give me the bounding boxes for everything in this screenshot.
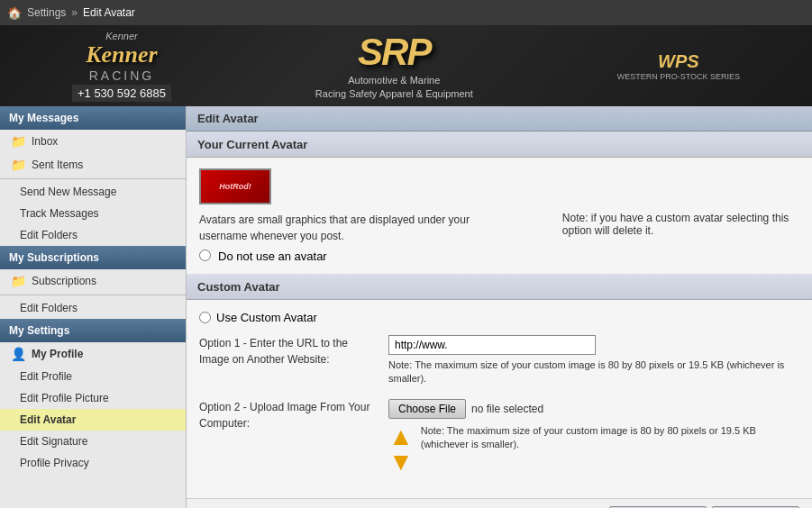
sidebar-item-inbox[interactable]: 📁 Inbox xyxy=(0,130,186,153)
banner-kenner-text: Kenner xyxy=(86,41,157,68)
current-avatar-body: HotRod! Avatars are small graphics that … xyxy=(187,158,812,274)
banner-racing-text: RACING xyxy=(89,68,154,83)
sidebar-send-message-label: Send New Message xyxy=(20,186,116,198)
sidebar-divider-1 xyxy=(0,178,186,179)
sidebar-item-edit-profile-picture[interactable]: Edit Profile Picture xyxy=(0,387,186,409)
main-layout: My Messages 📁 Inbox 📁 Sent Items Send Ne… xyxy=(0,106,812,508)
sidebar-my-profile-label: My Profile xyxy=(32,348,83,360)
option2-note: Note: The maximum size of your custom im… xyxy=(421,424,799,452)
sidebar-track-messages-label: Track Messages xyxy=(20,207,99,220)
avatar-options-row: Avatars are small graphics that are disp… xyxy=(199,212,799,263)
no-file-text: no file selected xyxy=(471,403,543,415)
sidebar-section-messages: My Messages xyxy=(0,106,186,130)
banner-wps-sub: WESTERN PRO-STOCK SERIES xyxy=(617,72,740,81)
user-icon: 👤 xyxy=(11,347,26,361)
no-avatar-label: Do not use an avatar xyxy=(218,249,327,263)
sidebar: My Messages 📁 Inbox 📁 Sent Items Send Ne… xyxy=(0,106,187,508)
folder-icon: 📁 xyxy=(11,274,26,288)
option1-controls: Note: The maximum size of your custom im… xyxy=(388,335,799,386)
avatar-desc-text: Avatars are small graphics that are disp… xyxy=(199,212,508,244)
arrow-indicator: ▲▼ xyxy=(388,424,414,475)
sidebar-item-profile-privacy[interactable]: Profile Privacy xyxy=(0,452,186,474)
option1-label: Option 1 - Enter the URL to the Image on… xyxy=(199,335,388,367)
file-upload-row: Choose File no file selected xyxy=(388,399,799,419)
sidebar-item-edit-profile[interactable]: Edit Profile xyxy=(0,366,186,387)
banner-name-line1: Kenner xyxy=(105,31,137,41)
sidebar-edit-profile-label: Edit Profile xyxy=(20,370,72,383)
sidebar-sent-label: Sent Items xyxy=(32,159,83,171)
home-icon[interactable]: 🏠 xyxy=(7,6,22,20)
banner-srp-logo: SRP xyxy=(315,31,473,74)
sidebar-item-edit-folders-msg[interactable]: Edit Folders xyxy=(0,224,186,246)
custom-avatar-body: Use Custom Avatar Option 1 - Enter the U… xyxy=(187,300,812,498)
sidebar-subscriptions-label: Subscriptions xyxy=(32,275,96,287)
banner-srp-line1: Automotive & Marine xyxy=(315,74,473,87)
sidebar-edit-folders-msg-label: Edit Folders xyxy=(20,229,78,241)
sidebar-profile-privacy-label: Profile Privacy xyxy=(20,457,89,469)
folder-icon: 📁 xyxy=(11,134,26,149)
sidebar-section-settings: My Settings xyxy=(0,319,186,342)
sidebar-divider-2 xyxy=(0,295,186,295)
option2-note-area: ▲▼ Note: The maximum size of your custom… xyxy=(388,421,799,475)
content-header: Edit Avatar xyxy=(187,106,812,132)
option2-label: Option 2 - Upload Image From Your Comput… xyxy=(199,399,388,431)
banner: Kenner Kenner RACING +1 530 592 6885 SRP… xyxy=(0,25,812,106)
avatar-text: HotRod! xyxy=(219,182,251,191)
sidebar-item-subscriptions[interactable]: 📁 Subscriptions xyxy=(0,269,186,293)
banner-center: SRP Automotive & Marine Racing Safety Ap… xyxy=(315,31,473,102)
sidebar-item-edit-signature[interactable]: Edit Signature xyxy=(0,431,186,452)
no-avatar-note: Note: if you have a custom avatar select… xyxy=(562,212,799,237)
action-buttons-row: Save Changes Reset Fields xyxy=(187,498,812,508)
use-custom-radio[interactable] xyxy=(199,312,211,323)
top-nav: 🏠 Settings » Edit Avatar xyxy=(0,0,812,25)
use-custom-label: Use Custom Avatar xyxy=(216,311,317,324)
sidebar-item-track-messages[interactable]: Track Messages xyxy=(0,203,186,224)
content-area: Edit Avatar Your Current Avatar HotRod! … xyxy=(187,106,812,508)
nav-settings-link[interactable]: Settings xyxy=(27,6,66,19)
sidebar-item-send-message[interactable]: Send New Message xyxy=(0,181,186,203)
option1-row: Option 1 - Enter the URL to the Image on… xyxy=(199,335,799,386)
sidebar-item-sent[interactable]: 📁 Sent Items xyxy=(0,153,186,177)
banner-srp-line2: Racing Safety Apparel & Equipment xyxy=(315,87,473,101)
banner-right: WPS WESTERN PRO-STOCK SERIES xyxy=(617,51,740,81)
no-avatar-row: Do not use an avatar xyxy=(199,249,508,263)
folder-icon: 📁 xyxy=(11,158,26,172)
option1-note: Note: The maximum size of your custom im… xyxy=(388,358,799,386)
banner-left: Kenner Kenner RACING +1 530 592 6885 xyxy=(72,31,171,102)
avatar-description: Avatars are small graphics that are disp… xyxy=(199,212,508,263)
no-avatar-radio[interactable] xyxy=(199,249,211,261)
sidebar-edit-signature-label: Edit Signature xyxy=(20,435,87,448)
sidebar-item-edit-avatar[interactable]: Edit Avatar xyxy=(0,409,186,431)
option2-controls: Choose File no file selected ▲▼ Note: Th… xyxy=(388,399,799,475)
url-input[interactable] xyxy=(388,335,596,355)
sidebar-inbox-label: Inbox xyxy=(32,135,58,148)
current-avatar-area: HotRod! Avatars are small graphics that … xyxy=(199,168,799,263)
banner-phone: +1 530 592 6885 xyxy=(72,85,171,102)
sidebar-item-edit-folders-sub[interactable]: Edit Folders xyxy=(0,297,186,319)
choose-file-button[interactable]: Choose File xyxy=(388,399,466,419)
sidebar-edit-folders-sub-label: Edit Folders xyxy=(20,302,78,314)
sidebar-item-my-profile[interactable]: 👤 My Profile xyxy=(0,342,186,366)
nav-current: Edit Avatar xyxy=(83,6,135,19)
custom-avatar-section-title: Custom Avatar xyxy=(187,274,812,300)
sidebar-section-subscriptions: My Subscriptions xyxy=(0,246,186,269)
nav-separator: » xyxy=(71,6,78,19)
use-custom-row: Use Custom Avatar xyxy=(199,311,799,324)
avatar-image: HotRod! xyxy=(199,168,271,204)
current-avatar-section-title: Your Current Avatar xyxy=(187,132,812,158)
sidebar-edit-avatar-label: Edit Avatar xyxy=(20,413,76,426)
option2-row: Option 2 - Upload Image From Your Comput… xyxy=(199,399,799,475)
banner-wps-logo: WPS xyxy=(617,51,740,72)
sidebar-edit-profile-picture-label: Edit Profile Picture xyxy=(20,392,109,404)
